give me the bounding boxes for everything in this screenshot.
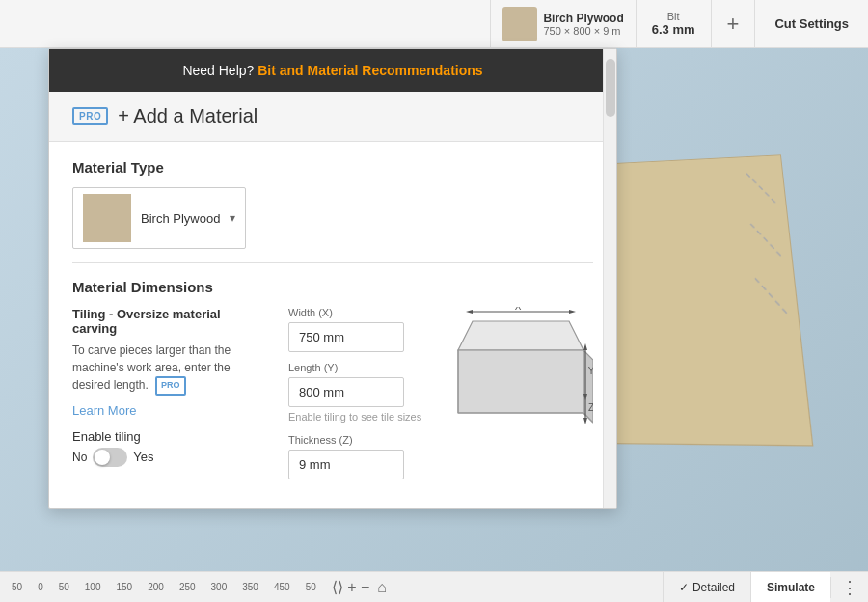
- svg-rect-4: [458, 350, 583, 413]
- dimension-diagram-svg: X Y Z: [448, 307, 593, 432]
- tiling-row: Tiling - Oversize material carving To ca…: [72, 307, 593, 489]
- add-material-title: + Add a Material: [118, 105, 258, 127]
- home-icon[interactable]: ⌂: [377, 579, 387, 596]
- svg-marker-11: [569, 310, 576, 314]
- bottom-bar: 50 0 50 100 150 200 250 300 350 450 50 ⟨…: [0, 571, 868, 602]
- plus-icon: +: [727, 14, 740, 35]
- tiling-desc-line3: desired length.: [72, 378, 149, 392]
- help-banner: Need Help? Bit and Material Recommendati…: [49, 49, 616, 92]
- simulate-button[interactable]: Simulate: [750, 572, 830, 603]
- panel-scrollbar[interactable]: [603, 49, 616, 508]
- svg-line-1: [750, 223, 783, 260]
- svg-marker-18: [583, 418, 587, 424]
- enable-tiling-label: Enable tiling: [72, 429, 141, 444]
- toggle-thumb: [95, 450, 110, 465]
- add-material-header: PRO + Add a Material: [49, 92, 616, 142]
- length-input[interactable]: [288, 377, 404, 407]
- panel-body: Material Type Birch Plywood ▾ Material D…: [49, 142, 616, 508]
- width-input[interactable]: [288, 322, 404, 352]
- dimensions-title: Material Dimensions: [72, 279, 593, 295]
- enable-tiling-row: Enable tiling: [72, 429, 265, 444]
- material-type-title: Material Type: [72, 159, 593, 176]
- material-thumbnail-topbar: [502, 7, 537, 41]
- cut-settings-button[interactable]: Cut Settings: [754, 0, 868, 48]
- cut-settings-label: Cut Settings: [774, 16, 849, 31]
- material-panel: Need Help? Bit and Material Recommendati…: [48, 48, 617, 509]
- length-input-row: [288, 377, 425, 407]
- zoom-controls[interactable]: ⟨⟩ + −: [332, 578, 370, 596]
- enable-tiling-toggle[interactable]: [93, 448, 127, 467]
- bit-value-topbar: 6.3 mm: [652, 22, 695, 37]
- material-dims-topbar: 750 × 800 × 9 m: [543, 25, 623, 37]
- svg-marker-10: [466, 310, 473, 314]
- bottom-bar-left: 50 0 50 100 150 200 250 300 350 450 50 ⟨…: [0, 578, 663, 596]
- svg-text:Y: Y: [588, 366, 593, 376]
- svg-line-0: [746, 172, 778, 206]
- add-button-topbar[interactable]: +: [711, 0, 755, 48]
- length-label: Length (Y): [288, 362, 425, 373]
- svg-marker-14: [583, 343, 587, 350]
- scrollbar-thumb: [606, 59, 615, 117]
- width-label: Width (X): [288, 307, 425, 318]
- learn-more-link[interactable]: Learn More: [72, 403, 265, 418]
- material-type-thumb: [83, 194, 131, 242]
- pro-badge-header: PRO: [72, 107, 108, 125]
- detailed-label: Detailed: [692, 581, 735, 594]
- toolbar-icons: ⟨⟩ + − ⌂: [324, 578, 387, 596]
- dimensions-section: Material Dimensions Tiling - Oversize ma…: [72, 279, 593, 489]
- help-text: Need Help?: [182, 63, 254, 78]
- pro-badge-tiling: PRO: [155, 376, 186, 396]
- bit-label-topbar: Bit: [667, 11, 680, 22]
- material-selector-topbar[interactable]: Birch Plywood 750 × 800 × 9 m: [490, 0, 635, 48]
- tiling-title: Tiling - Oversize material carving: [72, 307, 265, 336]
- more-options-button[interactable]: ⋮: [830, 577, 868, 598]
- tiling-desc-line1: To carve pieces larger than the: [72, 343, 231, 357]
- detailed-button[interactable]: ✓ Detailed: [663, 572, 750, 603]
- ruler-numbers: 50 0 50 100 150 200 250 300 350 450 50: [4, 582, 324, 592]
- material-type-name: Birch Plywood: [141, 211, 220, 226]
- width-field-group: Width (X): [288, 307, 425, 352]
- dimension-fields: Width (X) Length (Y) Enable tiling to se…: [288, 307, 425, 489]
- thickness-label: Thickness (Z): [288, 434, 425, 446]
- material-type-dropdown[interactable]: Birch Plywood ▾: [72, 187, 246, 249]
- toggle-yes-label: Yes: [133, 450, 153, 464]
- svg-line-2: [755, 278, 790, 317]
- toggle-no-label: No: [72, 451, 87, 464]
- thickness-input[interactable]: [288, 450, 404, 479]
- svg-text:Z: Z: [588, 402, 593, 413]
- svg-marker-3: [458, 321, 583, 350]
- material-name-topbar: Birch Plywood: [543, 12, 623, 25]
- tile-hint: Enable tiling to see tile sizes: [288, 410, 425, 424]
- material-info-topbar: Birch Plywood 750 × 800 × 9 m: [543, 12, 623, 37]
- help-link[interactable]: Bit and Material Recommendations: [258, 63, 482, 78]
- tiling-info: Tiling - Oversize material carving To ca…: [72, 307, 265, 467]
- thickness-field-group: Thickness (Z): [288, 434, 425, 479]
- length-field-group: Length (Y) Enable tiling to see tile siz…: [288, 362, 425, 424]
- top-bar: Birch Plywood 750 × 800 × 9 m Bit 6.3 mm…: [0, 0, 868, 48]
- dimension-diagram: X Y Z: [448, 307, 593, 435]
- bottom-bar-right: ✓ Detailed Simulate ⋮: [663, 572, 868, 603]
- tiling-description: To carve pieces larger than the machine'…: [72, 342, 265, 396]
- section-divider: [72, 262, 593, 263]
- checkmark-icon: ✓: [679, 581, 689, 594]
- svg-text:X: X: [515, 307, 522, 312]
- tiling-desc-line2: machine's work area, enter the: [72, 361, 231, 374]
- simulate-label: Simulate: [767, 581, 815, 594]
- bit-selector-topbar[interactable]: Bit 6.3 mm: [636, 0, 711, 48]
- dropdown-arrow-icon: ▾: [230, 211, 235, 225]
- thickness-input-row: [288, 450, 425, 479]
- width-input-row: [288, 322, 425, 352]
